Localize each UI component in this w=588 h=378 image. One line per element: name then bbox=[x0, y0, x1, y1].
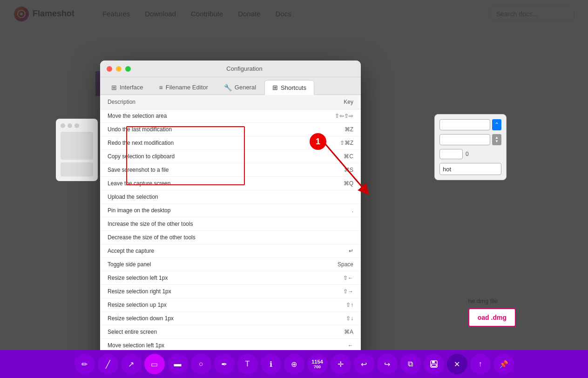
row-description: Leave the capture screen bbox=[100, 177, 286, 190]
row-description: Resize selection up 1px bbox=[100, 298, 286, 312]
row-key: ⇧→ bbox=[286, 285, 361, 298]
row-key bbox=[286, 217, 361, 231]
row-description: Select entire screen bbox=[100, 325, 286, 339]
row-key: . bbox=[286, 204, 361, 217]
row-description: Copy selection to clipboard bbox=[100, 150, 286, 163]
tool-info[interactable]: ℹ bbox=[261, 354, 281, 374]
badge-number: 1 bbox=[310, 133, 326, 150]
tool-move[interactable]: ✛ bbox=[331, 354, 351, 374]
tab-interface[interactable]: ⊞ Interface bbox=[104, 80, 151, 94]
tool-discard[interactable]: ✕ bbox=[447, 354, 467, 374]
left-window-footer bbox=[61, 162, 93, 176]
left-window-content bbox=[61, 132, 93, 160]
row-description: Move the selection area bbox=[100, 109, 286, 123]
traffic-light-close[interactable] bbox=[107, 66, 112, 72]
right-panel-row3: 0 bbox=[439, 149, 501, 159]
tool-arrow[interactable]: ↗ bbox=[121, 354, 142, 374]
config-window: Configuration ⊞ Interface ≡ Filename Edi… bbox=[100, 61, 361, 370]
table-row[interactable]: Resize selection down 1px⇧↓ bbox=[100, 312, 361, 325]
row-description: Decrease the size of the other tools bbox=[100, 231, 286, 244]
dmg-description: he dmg file bbox=[468, 297, 516, 304]
tool-rect-select[interactable]: ▭ bbox=[144, 354, 165, 374]
svg-rect-6 bbox=[432, 364, 436, 366]
filename-tab-icon: ≡ bbox=[159, 84, 163, 91]
tool-save[interactable] bbox=[424, 354, 444, 374]
table-row[interactable]: Upload the selection bbox=[100, 190, 361, 204]
row-description: Toggle side panel bbox=[100, 258, 286, 271]
lw-dot-3 bbox=[74, 123, 79, 128]
tool-count-display: 1154 700 bbox=[307, 354, 328, 374]
tool-marker[interactable]: ✒ bbox=[214, 354, 235, 374]
right-panel-select[interactable] bbox=[439, 119, 490, 130]
row-description: Save screenshot to a file bbox=[100, 163, 286, 177]
table-row[interactable]: Pin image on the desktop. bbox=[100, 204, 361, 217]
table-row[interactable]: Toggle side panelSpace bbox=[100, 258, 361, 271]
traffic-light-minimize[interactable] bbox=[116, 66, 122, 72]
right-panel-small-input[interactable] bbox=[439, 149, 463, 159]
row-description: Resize selection down 1px bbox=[100, 312, 286, 325]
table-row[interactable]: Select entire screen⌘A bbox=[100, 325, 361, 339]
table-row[interactable]: Increase the size of the other tools bbox=[100, 217, 361, 231]
tab-filename[interactable]: ≡ Filename Editor bbox=[152, 80, 216, 94]
row-key: ⌘S bbox=[286, 163, 361, 177]
tool-rect[interactable]: ▬ bbox=[168, 354, 188, 374]
table-row[interactable]: Resize selection left 1px⇧← bbox=[100, 271, 361, 285]
tool-line[interactable]: ╱ bbox=[98, 354, 118, 374]
row-key bbox=[286, 190, 361, 204]
col-description: Description bbox=[100, 95, 286, 109]
table-row[interactable]: Save screenshot to a file⌘S bbox=[100, 163, 361, 177]
svg-rect-5 bbox=[432, 361, 435, 363]
col-key: Key bbox=[286, 95, 361, 109]
table-row[interactable]: Move the selection area⇧⇦⇧⇨ bbox=[100, 109, 361, 123]
row-key: ⌘A bbox=[286, 325, 361, 339]
count-sub: 700 bbox=[314, 364, 321, 369]
row-key: Space bbox=[286, 258, 361, 271]
tool-pin[interactable]: 📌 bbox=[493, 354, 514, 374]
config-tabs: ⊞ Interface ≡ Filename Editor 🔧 General … bbox=[100, 77, 361, 95]
row-description: Resize selection right 1px bbox=[100, 285, 286, 298]
row-key: ⇧↓ bbox=[286, 312, 361, 325]
shortcuts-tab-icon: ⊞ bbox=[272, 84, 278, 91]
right-panel-row1: ⌃ bbox=[439, 119, 501, 130]
count-num: 1154 bbox=[311, 359, 323, 364]
row-key: ↵ bbox=[286, 244, 361, 258]
download-dmg-button[interactable]: oad .dmg bbox=[468, 308, 516, 327]
traffic-light-maximize[interactable] bbox=[125, 66, 131, 72]
tool-undo[interactable]: ↩ bbox=[354, 354, 374, 374]
row-description: Resize selection left 1px bbox=[100, 271, 286, 285]
tool-circle[interactable]: ○ bbox=[191, 354, 211, 374]
tool-counter[interactable]: ⊕ bbox=[284, 354, 304, 374]
right-panel-text-display: hot bbox=[439, 163, 501, 175]
table-row[interactable]: Copy selection to clipboard⌘C bbox=[100, 150, 361, 163]
table-row[interactable]: Resize selection right 1px⇧→ bbox=[100, 285, 361, 298]
right-panel-num-input[interactable] bbox=[439, 134, 490, 145]
interface-tab-icon: ⊞ bbox=[111, 84, 117, 91]
tab-general-label: General bbox=[235, 84, 256, 91]
tool-pencil[interactable]: ✏ bbox=[74, 354, 95, 374]
tab-shortcuts[interactable]: ⊞ Shortcuts bbox=[264, 80, 314, 95]
tool-text[interactable]: T bbox=[237, 354, 258, 374]
row-key: ⌘Z bbox=[286, 123, 361, 136]
tab-shortcuts-label: Shortcuts bbox=[281, 84, 306, 91]
row-description: Increase the size of the other tools bbox=[100, 217, 286, 231]
right-panel-stepper[interactable]: ▲ ▼ bbox=[492, 134, 501, 145]
right-panel-select-btn[interactable]: ⌃ bbox=[492, 119, 501, 130]
lw-dot-2 bbox=[68, 123, 72, 128]
tool-upload[interactable]: ↑ bbox=[470, 354, 491, 374]
tool-copy[interactable]: ⧉ bbox=[400, 354, 421, 374]
left-mini-window bbox=[56, 119, 98, 181]
table-row[interactable]: Leave the capture screen⌘Q bbox=[100, 177, 361, 190]
tool-redo[interactable]: ↪ bbox=[377, 354, 398, 374]
right-panel-zero-label: 0 bbox=[466, 151, 469, 157]
row-key: ⇧⇦⇧⇨ bbox=[286, 109, 361, 123]
window-title: Configuration bbox=[135, 65, 354, 72]
table-row[interactable]: Resize selection up 1px⇧↑ bbox=[100, 298, 361, 312]
tab-general[interactable]: 🔧 General bbox=[216, 80, 264, 94]
tab-filename-label: Filename Editor bbox=[166, 84, 208, 91]
row-description: Redo the next modification bbox=[100, 136, 286, 150]
general-tab-icon: 🔧 bbox=[224, 84, 232, 91]
table-row[interactable]: Accept the capture↵ bbox=[100, 244, 361, 258]
row-key: ⇧← bbox=[286, 271, 361, 285]
right-panel-text-value: hot bbox=[443, 166, 451, 173]
table-row[interactable]: Decrease the size of the other tools bbox=[100, 231, 361, 244]
